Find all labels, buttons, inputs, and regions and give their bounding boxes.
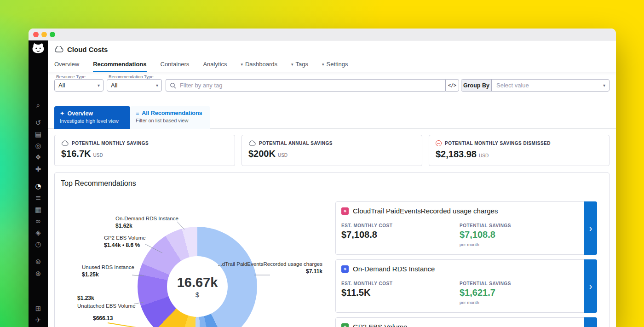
code-filter-button[interactable]: </>: [445, 79, 459, 92]
view-toggle: ✦Overview Investigate high level view ≡A…: [48, 106, 616, 129]
recommendation-type-select[interactable]: All ▾: [107, 79, 162, 92]
module-tab-bar: Overview Recommendations Containers Anal…: [48, 58, 616, 72]
page-title: Cloud Costs: [67, 46, 108, 53]
services-icon[interactable]: ❖: [29, 153, 48, 161]
open-recommendation-button[interactable]: ›: [584, 259, 597, 313]
search-icon: [170, 82, 176, 89]
potential-savings: $1,621.7: [460, 287, 495, 298]
builds-icon[interactable]: ✚: [29, 165, 48, 173]
pipelines-icon[interactable]: ◎: [29, 142, 48, 150]
srm-icon[interactable]: ⊛: [29, 270, 48, 278]
all-recommendations-view-toggle[interactable]: ≡All Recommendations Filter on list base…: [130, 106, 210, 129]
tab-tags[interactable]: ▾Tags: [291, 58, 308, 72]
donut-total: 16.67k: [177, 275, 218, 290]
recommendations-icon[interactable]: ≡: [29, 194, 48, 202]
recommendation-card-body[interactable]: ◈ CloudTrail PaidEventsRecorded usage ch…: [335, 201, 584, 255]
top-recommendations-panel: Top Recommendations 16.67k $ On-Demand R…: [54, 172, 610, 327]
recommendation-card-body[interactable]: ◈ GP2 EBS Volume: [335, 317, 584, 327]
tab-analytics[interactable]: Analytics: [203, 58, 227, 72]
page-header: Cloud Costs: [48, 40, 616, 58]
open-recommendation-button[interactable]: ›: [584, 201, 597, 255]
deploy-icon[interactable]: ✈: [29, 316, 48, 324]
cloud-costs-icon[interactable]: ◔: [29, 182, 48, 190]
callout-unattached-ebs: $1.23k Unattached EBS Volume: [77, 293, 136, 309]
callout-cloudtrail: ...dTrail PaidEventsRecorded usage charg…: [203, 261, 322, 275]
callout-small-slice: $666.13: [93, 314, 113, 321]
chevron-right-icon: ›: [589, 223, 592, 234]
tab-overview[interactable]: Overview: [54, 58, 79, 72]
potential-savings: $7,108.8: [460, 229, 495, 240]
callout-unused-rds: Unused RDS Instance $1.25k: [82, 264, 134, 278]
search-icon[interactable]: ⌕: [29, 101, 48, 109]
list-icon: ≡: [136, 110, 139, 116]
chaos-icon[interactable]: ⊚: [29, 258, 48, 266]
sparkle-icon: ✦: [60, 110, 64, 117]
chevron-down-icon: ▾: [98, 83, 103, 88]
tab-recommendations[interactable]: Recommendations: [93, 58, 146, 72]
tab-dashboards[interactable]: ▾Dashboards: [241, 58, 277, 72]
resource-type-label: Resource Type: [56, 74, 86, 79]
filter-bar: Resource Type All ▾ Recommendation Type …: [48, 72, 616, 106]
annual-savings-card: POTENTIAL ANNUAL SAVINGS $200KUSD: [242, 135, 422, 166]
connectors-icon[interactable]: ∞: [29, 217, 48, 225]
cloud-savings-icon: [61, 140, 69, 146]
dashboards-icon[interactable]: ▦: [29, 206, 48, 214]
panel-title: Top Recommendations: [61, 179, 136, 188]
group-by-control: Group By Select value ▾: [461, 79, 610, 92]
chevron-down-icon: ▾: [156, 83, 161, 88]
plugins-icon[interactable]: ⊞: [29, 304, 48, 313]
chevron-right-icon: ›: [589, 281, 592, 292]
tab-containers[interactable]: Containers: [161, 58, 190, 72]
close-button[interactable]: [33, 32, 39, 37]
minimize-button[interactable]: [41, 32, 47, 37]
overview-view-toggle[interactable]: ✦Overview Investigate high level view: [54, 106, 130, 129]
main-content: Cloud Costs Overview Recommendations Con…: [48, 40, 616, 327]
app-sidebar: ⌕ ↺ ▤ ◎ ❖ ✚ ◔ ≡ ▦ ∞ ◈ ◷ ⊚ ⊛ ⊞ ✈ ⚙: [29, 40, 48, 327]
recommendation-card: ◈ GP2 EBS Volume ›: [335, 317, 597, 327]
recommendation-card: ◈ CloudTrail PaidEventsRecorded usage ch…: [335, 201, 597, 255]
resource-type-select[interactable]: All ▾: [54, 79, 104, 92]
ebs-service-icon: ◈: [341, 323, 349, 327]
group-by-select[interactable]: Select value ▾: [492, 80, 609, 91]
harness-logo[interactable]: [31, 42, 45, 56]
history-icon[interactable]: ↺: [29, 119, 48, 127]
search-input[interactable]: [176, 82, 445, 89]
zoom-button[interactable]: [50, 32, 55, 37]
chart-icon[interactable]: ▤: [29, 130, 48, 138]
recommendation-card-body[interactable]: ◈ On-Demand RDS Instance EST. MONTHLY CO…: [335, 259, 584, 313]
cloud-savings-icon: [248, 140, 256, 146]
monthly-savings-card: POTENTIAL MONTHLY SAVINGS $16.7KUSD: [54, 135, 235, 166]
dismissed-savings-card: POTENTIAL MONTHLY SAVINGS DISMISSED $2,1…: [429, 135, 610, 166]
rds-service-icon: ◈: [341, 265, 349, 273]
chevron-down-icon: ▾: [241, 62, 243, 67]
open-recommendation-button[interactable]: ›: [584, 317, 597, 327]
cloud-costs-module-icon: [54, 46, 63, 52]
donut-unit: $: [196, 291, 199, 298]
tab-settings[interactable]: ▾Settings: [322, 58, 348, 72]
chevron-down-icon: ▾: [322, 62, 324, 67]
security-icon[interactable]: ◈: [29, 229, 48, 237]
window-titlebar: [29, 29, 616, 40]
governance-icon[interactable]: ◷: [29, 240, 48, 248]
recommendation-type-label: Recommendation Type: [109, 74, 154, 79]
desktop-background: ⌕ ↺ ▤ ◎ ❖ ✚ ◔ ≡ ▦ ∞ ◈ ◷ ⊚ ⊛ ⊞ ✈ ⚙ Cloud …: [0, 0, 644, 327]
dismissed-icon: [436, 140, 442, 146]
savings-summary: POTENTIAL MONTHLY SAVINGS $16.7KUSD POTE…: [48, 135, 616, 166]
tag-filter-search: [166, 79, 445, 92]
callout-on-demand-rds: On-Demand RDS Instance $1.62k: [115, 216, 178, 229]
cloudtrail-service-icon: ◈: [341, 207, 349, 215]
est-monthly-cost: $7,108.8: [341, 229, 377, 240]
chevron-down-icon: ▾: [603, 83, 609, 88]
app-window: ⌕ ↺ ▤ ◎ ❖ ✚ ◔ ≡ ▦ ∞ ◈ ◷ ⊚ ⊛ ⊞ ✈ ⚙ Cloud …: [29, 29, 616, 327]
callout-gp2-ebs: GP2 EBS Volume $1.44k • 8.6 %: [104, 235, 146, 248]
est-monthly-cost: $11.5K: [341, 287, 370, 298]
group-by-label: Group By: [461, 80, 492, 91]
chevron-down-icon: ▾: [291, 62, 293, 67]
recommendation-card: ◈ On-Demand RDS Instance EST. MONTHLY CO…: [335, 259, 597, 313]
